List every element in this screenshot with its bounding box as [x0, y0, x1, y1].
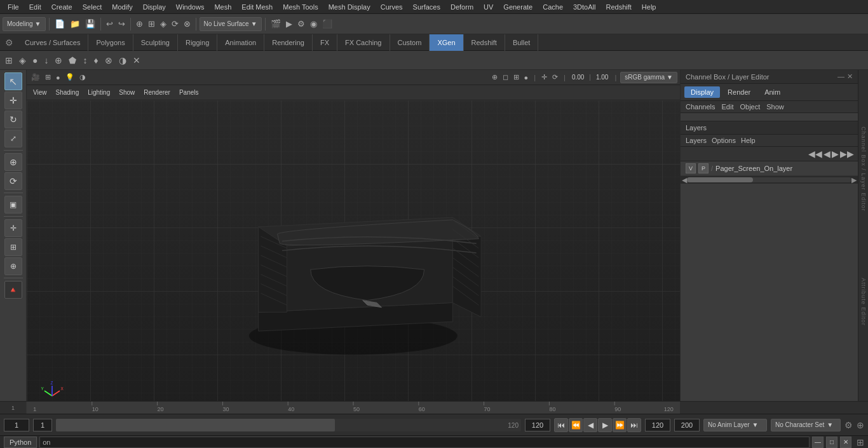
- scroll-track[interactable]: [687, 177, 851, 182]
- select-by-component-btn[interactable]: ◈: [158, 17, 168, 32]
- python-tab[interactable]: Python: [4, 437, 37, 448]
- select-by-object-btn[interactable]: ⊞: [146, 17, 157, 32]
- scroll-left-btn[interactable]: ◀: [682, 176, 687, 184]
- menu-edit-mesh[interactable]: Edit Mesh: [236, 2, 278, 12]
- paint-select-btn[interactable]: ⊗: [182, 17, 193, 32]
- render-stop-btn[interactable]: ⬛: [320, 17, 334, 32]
- shelf-btn-9[interactable]: ◑: [116, 53, 129, 68]
- cb-menu-show[interactable]: Show: [766, 103, 784, 111]
- channel-box-collapse-btn[interactable]: —: [837, 72, 844, 81]
- workspace-dropdown[interactable]: Modeling ▼: [3, 17, 46, 31]
- menu-windows[interactable]: Windows: [171, 2, 210, 12]
- render-seq-btn[interactable]: ▶: [284, 17, 294, 32]
- menu-help[interactable]: Help: [637, 2, 661, 12]
- render-viewport-btn[interactable]: ◉: [308, 17, 319, 32]
- channel-box-close-btn[interactable]: ✕: [847, 72, 853, 81]
- select-tool-btn[interactable]: ↖: [4, 72, 22, 90]
- tab-redshift[interactable]: Redshift: [464, 34, 505, 51]
- tab-display[interactable]: Display: [684, 86, 720, 98]
- soft-select-btn[interactable]: ⟳: [4, 172, 22, 190]
- menu-select[interactable]: Select: [78, 2, 107, 12]
- save-scene-btn[interactable]: 💾: [83, 17, 97, 32]
- shelf-btn-0[interactable]: ⊞: [3, 53, 15, 68]
- shelf-btn-4[interactable]: ⊕: [52, 53, 65, 68]
- char-set-dropdown[interactable]: No Character Set ▼: [771, 419, 841, 431]
- tool-13[interactable]: 🔺: [4, 281, 22, 299]
- menu-display[interactable]: Display: [138, 2, 171, 12]
- menu-3dtoall[interactable]: 3DtoAll: [568, 2, 600, 12]
- tab-fx-caching[interactable]: FX Caching: [337, 34, 390, 51]
- scroll-thumb[interactable]: [687, 177, 753, 182]
- go-to-start-btn[interactable]: ⏮: [554, 418, 568, 432]
- step-back-btn[interactable]: ⏪: [569, 418, 583, 432]
- tab-bullet[interactable]: Bullet: [505, 34, 539, 51]
- open-scene-btn[interactable]: 📁: [68, 17, 82, 32]
- vp-camera-icon[interactable]: 🎥: [29, 72, 42, 82]
- vp-wireframe-icon[interactable]: ⊞: [512, 72, 521, 82]
- shelf-btn-10[interactable]: ✕: [130, 53, 143, 68]
- menu-create[interactable]: Create: [46, 2, 78, 12]
- color-space-dropdown[interactable]: sRGB gamma ▼: [620, 72, 677, 83]
- shelf-btn-1[interactable]: ◈: [17, 53, 29, 68]
- vp-grid-icon[interactable]: ⊞: [43, 72, 53, 82]
- vp-smooth-icon[interactable]: ●: [522, 73, 531, 82]
- vp-orbit-icon[interactable]: ⟳: [550, 72, 560, 82]
- viewport-canvas[interactable]: X Y Z persp: [27, 100, 680, 401]
- vp-menu-lighting[interactable]: Lighting: [85, 88, 112, 97]
- menu-edit[interactable]: Edit: [24, 2, 46, 12]
- menu-mesh-tools[interactable]: Mesh Tools: [278, 2, 323, 12]
- range-start-input[interactable]: [33, 419, 52, 431]
- vp-light-icon[interactable]: 💡: [64, 72, 76, 82]
- vp-menu-shading[interactable]: Shading: [53, 88, 82, 97]
- layer-playback-btn[interactable]: P: [698, 163, 709, 173]
- tab-curves-surfaces[interactable]: Curves / Surfaces: [17, 34, 88, 51]
- char-set-settings-icon[interactable]: ⚙: [844, 420, 853, 430]
- vp-menu-show[interactable]: Show: [116, 88, 137, 97]
- layer-toolbar-btn-4[interactable]: ▶▶: [840, 149, 854, 159]
- layers-menu-layers[interactable]: Layers: [686, 137, 707, 144]
- cb-menu-object[interactable]: Object: [740, 103, 760, 111]
- menu-redshift[interactable]: Redshift: [600, 2, 636, 12]
- shelf-btn-7[interactable]: ♦: [91, 53, 100, 68]
- layer-toolbar-btn-2[interactable]: ◀: [824, 149, 831, 159]
- layer-toolbar-btn-1[interactable]: ◀◀: [808, 149, 822, 159]
- new-scene-btn[interactable]: 📄: [53, 17, 67, 32]
- vp-pan-icon[interactable]: ✛: [539, 72, 549, 82]
- window-restore-btn[interactable]: □: [826, 437, 837, 448]
- current-frame-input[interactable]: [4, 419, 29, 431]
- menu-file[interactable]: File: [3, 2, 24, 12]
- menu-mesh[interactable]: Mesh: [209, 2, 236, 12]
- menu-uv[interactable]: UV: [478, 2, 498, 12]
- settings-gear-icon[interactable]: ⚙: [1, 36, 17, 49]
- layers-menu-options[interactable]: Options: [712, 137, 736, 144]
- menu-deform[interactable]: Deform: [445, 2, 478, 12]
- menu-mesh-display[interactable]: Mesh Display: [323, 2, 376, 12]
- layer-toolbar-btn-3[interactable]: ▶: [832, 149, 839, 159]
- tab-render[interactable]: Render: [721, 86, 757, 98]
- vp-shading-icon[interactable]: ●: [54, 73, 62, 82]
- tab-anim[interactable]: Anim: [758, 86, 787, 98]
- anim-end-input[interactable]: [645, 419, 670, 431]
- tab-rigging[interactable]: Rigging: [178, 34, 217, 51]
- timeline-range-bar[interactable]: 120: [56, 419, 521, 431]
- tab-xgen[interactable]: XGen: [430, 34, 463, 51]
- vp-isolate-icon[interactable]: ⊕: [490, 72, 499, 82]
- vp-menu-view[interactable]: View: [31, 88, 50, 97]
- vp-shadow-icon[interactable]: ◑: [78, 72, 88, 82]
- tab-sculpting[interactable]: Sculpting: [133, 34, 178, 51]
- play-back-btn[interactable]: ◀: [583, 418, 597, 432]
- tab-rendering[interactable]: Rendering: [264, 34, 313, 51]
- tool-12[interactable]: ⊕: [4, 257, 22, 275]
- marquee-btn[interactable]: ▣: [4, 196, 22, 214]
- total-end-input[interactable]: [674, 419, 700, 431]
- vp-menu-renderer[interactable]: Renderer: [141, 88, 173, 97]
- scale-tool-btn[interactable]: ⤢: [4, 130, 22, 147]
- vp-xray-icon[interactable]: ◻: [501, 72, 510, 82]
- select-by-hierarchy-btn[interactable]: ⊕: [134, 17, 145, 32]
- lasso-select-btn[interactable]: ⟳: [170, 17, 180, 32]
- live-surface-dropdown[interactable]: No Live Surface ▼: [200, 17, 262, 31]
- cb-menu-channels[interactable]: Channels: [686, 103, 715, 111]
- menu-surfaces[interactable]: Surfaces: [408, 2, 445, 12]
- redo-btn[interactable]: ↪: [116, 17, 127, 32]
- viewport[interactable]: 🎥 ⊞ ● 💡 ◑ ⊕ ◻ ⊞ ● | ✛ ⟳ | 0.00 | 1.00 | …: [27, 70, 680, 401]
